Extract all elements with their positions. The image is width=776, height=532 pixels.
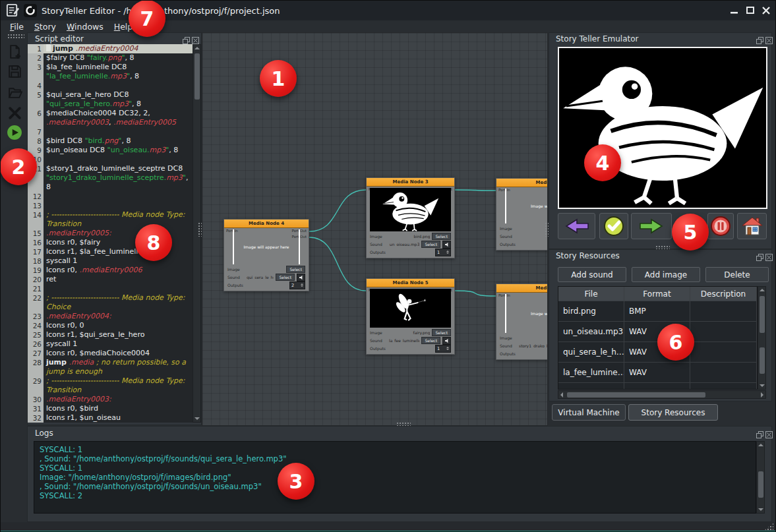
back-button[interactable] [558, 213, 595, 239]
table-hscrollbar[interactable] [558, 390, 766, 399]
speaker-icon[interactable] [442, 337, 451, 345]
node-image-area: Image will appear here [227, 229, 305, 264]
table-cell: WAV [624, 363, 690, 382]
add-sound-button[interactable]: Add sound [558, 267, 626, 282]
column-header-description[interactable]: Description [690, 287, 757, 301]
table-vscrollbar[interactable] [758, 286, 766, 390]
code-line-10: 10 [28, 155, 193, 164]
table-header-row[interactable]: File Format Description [558, 287, 757, 301]
node-field-label: Sound [370, 338, 387, 343]
node-field-label: Outputs [370, 250, 387, 254]
outputs-spinner[interactable]: 1 [435, 345, 451, 353]
select-button[interactable]: Select [421, 337, 440, 344]
node-field-label: Sound [370, 242, 387, 247]
media-node[interactable]: Media Node 3Port InPort OutImagebird.png… [366, 177, 455, 258]
code-line-8: 8$bird DC8 "bird.png", 8 [28, 136, 193, 146]
close-project-icon[interactable] [7, 105, 22, 121]
node-title[interactable]: Media Node 6 [496, 284, 548, 293]
close-panel-icon[interactable] [765, 34, 773, 42]
select-button[interactable]: Select [432, 233, 451, 240]
run-icon[interactable] [7, 125, 22, 140]
code-line-14: 14; -------------------------- Media nod… [28, 210, 193, 229]
float-panel-icon[interactable] [756, 429, 763, 436]
splitter-handle[interactable] [655, 245, 670, 249]
select-button[interactable]: Select [286, 266, 305, 273]
menu-story[interactable]: Story [34, 22, 56, 32]
table-cell: qui_sera_le_h… [558, 342, 624, 362]
select-button[interactable]: Select [421, 241, 440, 248]
table-row[interactable]: fairy.pngBMP [558, 383, 757, 390]
node-field-value: bird.png [389, 234, 430, 239]
forward-arrow-icon [639, 218, 664, 235]
node-title[interactable]: Media Node 4 [224, 220, 309, 228]
log-line: SYSCALL: 1 [40, 445, 756, 454]
media-node[interactable]: Media Node 5Port InPort OutImagefairy.pn… [366, 278, 455, 355]
splitter-handle[interactable] [396, 422, 411, 426]
float-panel-icon[interactable] [756, 251, 763, 258]
table-cell [690, 301, 757, 321]
code-line-1: 1jump .mediaEntry0004 [28, 44, 193, 53]
table-cell [690, 322, 757, 341]
node-field-value: qui_sera_le_hero.mp3 [247, 275, 274, 280]
splitter-handle[interactable] [198, 222, 202, 237]
outputs-spinner[interactable]: 1 [435, 249, 451, 256]
tab-story-resources[interactable]: Story Resources [628, 404, 718, 421]
open-folder-icon[interactable] [7, 84, 22, 100]
media-node[interactable]: Media Node 6Port InPort OutImage will ap… [496, 283, 548, 360]
annotation-badge-5: 5 [672, 214, 709, 251]
table-cell: la_fee_lumine… [558, 363, 624, 382]
table-cell [690, 363, 757, 382]
minimize-button[interactable] [728, 4, 741, 16]
home-button[interactable] [737, 213, 767, 239]
annotation-badge-6: 6 [657, 324, 694, 361]
save-icon[interactable] [7, 63, 22, 79]
media-node[interactable]: Media Node 7Port InPort OutImage will ap… [496, 178, 548, 251]
speaker-icon[interactable] [297, 274, 305, 281]
code-line-22: 22; -------------------------- Media nod… [28, 293, 193, 312]
table-row[interactable]: la_fee_lumine…WAV [558, 363, 757, 383]
annotation-badge-8: 8 [135, 224, 172, 261]
node-title[interactable]: Media Node 7 [496, 179, 548, 187]
maximize-button[interactable] [744, 4, 757, 16]
close-panel-icon[interactable] [765, 429, 773, 436]
menu-file[interactable]: File [10, 22, 24, 32]
node-title[interactable]: Media Node 3 [367, 178, 454, 187]
float-panel-icon[interactable] [756, 34, 763, 42]
close-panel-icon[interactable] [192, 34, 199, 42]
media-node[interactable]: Media Node 4Port InPort OutPort OutImage… [224, 219, 309, 291]
node-field-label: Image [500, 226, 517, 231]
column-header-file[interactable]: File [558, 287, 624, 301]
add-image-button[interactable]: Add image [632, 267, 700, 282]
pause-button[interactable] [707, 213, 734, 239]
node-field-label: Sound [227, 275, 245, 280]
logs-vscrollbar[interactable] [756, 441, 765, 514]
select-button[interactable]: Select [276, 274, 295, 281]
speaker-icon[interactable] [442, 241, 451, 249]
float-panel-icon[interactable] [183, 34, 190, 42]
node-graph-canvas[interactable]: Media Node 4Port InPort OutPort OutImage… [202, 32, 548, 426]
select-button[interactable]: Select [432, 329, 451, 336]
table-row[interactable]: bird.pngBMP [558, 301, 757, 322]
close-panel-icon[interactable] [765, 251, 773, 258]
resources-title: Story Resources [556, 251, 620, 260]
toolbar-drag-handle[interactable] [7, 34, 24, 38]
menu-windows[interactable]: Windows [67, 22, 104, 32]
outputs-spinner[interactable]: 2 [289, 281, 305, 289]
titlebar[interactable]: StoryTeller Editor - /home/anthony/ostpr… [1, 1, 775, 20]
node-field-label: Outputs [370, 346, 387, 351]
code-line-23: 23.mediaEntry0004: [28, 312, 193, 321]
splitter-handle[interactable] [545, 222, 549, 237]
forward-button[interactable] [631, 213, 672, 239]
accept-button[interactable] [599, 213, 628, 239]
node-field-value: fairy.png [389, 330, 430, 335]
close-button[interactable] [760, 4, 773, 16]
node-title[interactable]: Media Node 5 [367, 279, 454, 287]
annotation-badge-4: 4 [584, 144, 621, 181]
delete-button[interactable]: Delete [705, 267, 769, 282]
new-file-icon[interactable] [7, 44, 22, 59]
code-line-19: 19lcons r0, .mediaEntry0006 [28, 266, 193, 275]
tab-virtual-machine[interactable]: Virtual Machine [552, 404, 626, 421]
storyteller-editor-window: StoryTeller Editor - /home/anthony/ostpr… [0, 0, 776, 532]
code-line-32: 32lcons r1, $un_oiseau [28, 413, 193, 423]
column-header-format[interactable]: Format [624, 287, 690, 301]
